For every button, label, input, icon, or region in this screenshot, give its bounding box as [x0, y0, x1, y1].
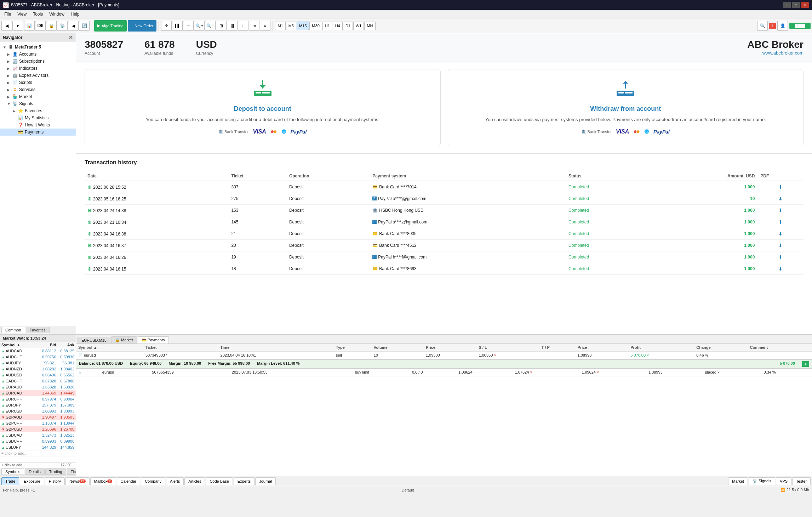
close-button[interactable]: ✕ — [801, 2, 809, 8]
autoscroll-button[interactable]: ↔ — [238, 21, 248, 31]
tab-common[interactable]: Common — [1, 327, 25, 333]
add-symbol-row[interactable]: + click to add... — [0, 450, 76, 456]
nav-market[interactable]: ▶ 🏪 Market — [0, 93, 76, 100]
tab-company[interactable]: Company — [141, 477, 165, 485]
download-icon[interactable]: ⬇ — [778, 184, 783, 190]
period-sep-button[interactable]: ||| — [227, 21, 238, 31]
tab-favorites[interactable]: Favorites — [26, 327, 50, 333]
signal-button[interactable]: 📡 — [57, 21, 68, 31]
download-icon[interactable]: ⬇ — [778, 243, 783, 248]
tf-m1[interactable]: M1 — [275, 22, 285, 30]
list-item[interactable]: ▲ AUDUSD 0.66496 0.66562 — [0, 372, 76, 378]
mw-tab-details[interactable]: Details — [25, 468, 45, 475]
tx-pdf[interactable]: ⬇ — [757, 240, 804, 251]
tf-mn[interactable]: MN — [364, 22, 375, 30]
download-icon[interactable]: ⬇ — [778, 196, 783, 201]
menu-view[interactable]: View — [15, 11, 29, 17]
tf-h4[interactable]: H4 — [333, 22, 343, 30]
nav-services[interactable]: ▶ ⚙ Services — [0, 86, 76, 93]
menu-tools[interactable]: Tools — [30, 11, 46, 17]
tf-h1[interactable]: H1 — [322, 22, 332, 30]
tab-news[interactable]: News 12 — [65, 477, 90, 485]
algo-trading-button[interactable]: ▶ Algo Trading — [94, 20, 127, 32]
search-button[interactable]: 🔍 — [757, 21, 768, 31]
tx-pdf[interactable]: ⬇ — [757, 193, 804, 205]
nav-signals[interactable]: ▼ 📡 Signals — [0, 100, 76, 107]
restore-button[interactable]: □ — [792, 2, 800, 8]
signals-right-btn[interactable]: 📡 Signals — [749, 477, 775, 485]
list-item[interactable]: ▼ GBPUSD 1.26696 1.26700 — [0, 426, 76, 432]
navigator-close-button[interactable]: ✕ — [69, 35, 73, 40]
list-item[interactable]: ▼ GBPAUD 1.90497 1.90503 — [0, 414, 76, 420]
download-icon[interactable]: ⬇ — [778, 254, 783, 260]
chart-button[interactable]: 📊 — [24, 21, 35, 31]
list-item[interactable]: ▲ AUDCHF 0.59756 0.59836 — [0, 354, 76, 360]
chart-shift-button[interactable]: ⇥ — [249, 21, 259, 31]
person-button[interactable]: 👤 — [777, 21, 788, 31]
nav-scripts[interactable]: ▶ 📄 Scripts — [0, 79, 76, 86]
tab-alerts[interactable]: Alerts — [166, 477, 184, 485]
back2-button[interactable]: ◀ — [68, 21, 79, 31]
grid-button[interactable]: ⊞ — [216, 21, 227, 31]
indicators-button[interactable]: ⚙ — [260, 21, 270, 31]
new-order-button[interactable]: + New Order — [128, 20, 157, 32]
download-icon[interactable]: ⬇ — [778, 219, 783, 225]
tab-exposure[interactable]: Exposure — [20, 477, 44, 485]
menu-window[interactable]: Window — [46, 11, 67, 17]
market-right-btn[interactable]: Market — [728, 477, 748, 485]
refresh-button[interactable]: 🔄 — [79, 21, 90, 31]
chart-tab-market[interactable]: 🔒 Market — [111, 336, 137, 343]
zoom-out-button[interactable]: 🔍− — [205, 21, 216, 31]
tab-articles[interactable]: Articles — [184, 477, 205, 485]
mw-tab-trading[interactable]: Trading — [45, 468, 66, 475]
tf-m30[interactable]: M30 — [309, 22, 322, 30]
tab-trade[interactable]: Trade — [1, 477, 19, 485]
tab-calendar[interactable]: Calendar — [117, 477, 141, 485]
deposit-title[interactable]: Deposit to account — [92, 105, 433, 113]
back-button[interactable]: ◀ — [1, 21, 12, 31]
list-item[interactable]: ▲ GBPCHF 1.13874 1.13944 — [0, 420, 76, 426]
nav-root[interactable]: ▼ 🖥 MetaTrader 5 — [0, 44, 76, 51]
tx-pdf[interactable]: ⬇ — [757, 205, 804, 216]
add-symbol[interactable]: + click to add... — [1, 463, 25, 467]
lock-button[interactable]: 🔒 — [46, 21, 57, 31]
dropdown-button[interactable]: ▼ — [12, 21, 23, 31]
line-chart-button[interactable]: ~ — [183, 21, 194, 31]
nav-payments[interactable]: 💳 Payments — [0, 129, 76, 136]
tx-pdf[interactable]: ⬇ — [757, 228, 804, 240]
list-item[interactable]: ▲ EURJPY 157.879 157.909 — [0, 402, 76, 408]
title-bar-controls[interactable]: ─ □ ✕ — [783, 2, 809, 8]
add-position-button[interactable]: + — [802, 361, 809, 367]
minimize-button[interactable]: ─ — [783, 2, 791, 8]
tab-experts[interactable]: Experts — [234, 477, 255, 485]
tf-m5[interactable]: M5 — [286, 22, 296, 30]
list-item[interactable]: ▲ USDCAD 1.32473 1.32513 — [0, 432, 76, 438]
vps-right-btn[interactable]: VPS — [776, 477, 791, 485]
list-item[interactable]: ▲ USDCHF 0.89903 0.89906 — [0, 438, 76, 444]
mw-tab-symbols[interactable]: Symbols — [1, 468, 24, 475]
nav-indicators[interactable]: ▶ 📈 Indicators — [0, 65, 76, 72]
tx-pdf[interactable]: ⬇ — [757, 251, 804, 263]
download-icon[interactable]: ⬇ — [778, 208, 783, 213]
tab-mailbox[interactable]: Mailbox 7 — [90, 477, 116, 485]
tx-pdf[interactable]: ⬇ — [757, 263, 804, 275]
notification-badge[interactable]: 2 — [769, 23, 776, 29]
tab-journal[interactable]: Journal — [255, 477, 276, 485]
nav-favorites[interactable]: ▶ ⭐ Favorites — [0, 107, 76, 114]
tab-code-base[interactable]: Code Base — [206, 477, 233, 485]
tx-pdf[interactable]: ⬇ — [757, 181, 804, 193]
nav-expert-advisors[interactable]: ▶ 🤖 Expert Advisors — [0, 72, 76, 79]
zoom-in-button[interactable]: 🔍+ — [194, 21, 205, 31]
list-item[interactable]: ▲ AUDCAD 0.88112 0.88125 — [0, 348, 76, 354]
list-item[interactable]: ▲ EURUSD 1.08993 1.08993 — [0, 408, 76, 414]
tx-pdf[interactable]: ⬇ — [757, 216, 804, 228]
tf-d1[interactable]: D1 — [343, 22, 353, 30]
list-item[interactable]: ▲ EURCAD 1.44369 1.44449 — [0, 390, 76, 396]
crosshair-button[interactable]: ✛ — [161, 21, 172, 31]
download-icon[interactable]: ⬇ — [778, 231, 783, 237]
list-item[interactable]: ▲ AUDJPY 96.321 96.381 — [0, 360, 76, 366]
nav-how-it-works[interactable]: ❓ How It Works — [0, 121, 76, 129]
withdraw-title[interactable]: Withdraw from account — [455, 105, 796, 113]
tf-w1[interactable]: W1 — [353, 22, 364, 30]
list-item[interactable]: ▲ USDJPY 144.829 144.859 — [0, 444, 76, 450]
